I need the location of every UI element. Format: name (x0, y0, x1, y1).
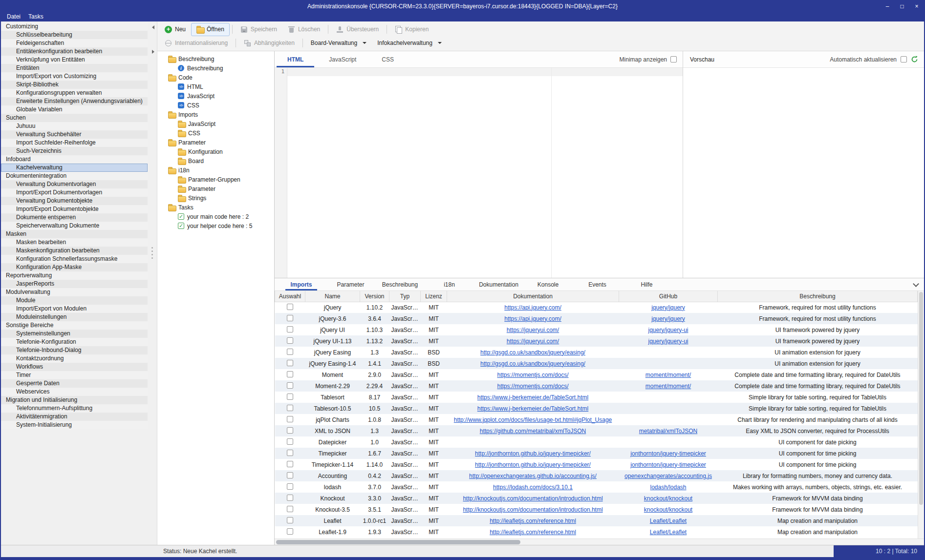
table-row[interactable]: Datepicker1.0JavaScriptMITUI component f… (275, 436, 918, 448)
table-row[interactable]: Knockout-3.53.5.1JavaScriptMIThttp://kno… (275, 504, 918, 515)
table-row[interactable]: Timepicker1.6.7JavaScriptMIThttp://jonth… (275, 448, 918, 459)
doc-link[interactable]: https://lodash.com/docs/3.10.1 (493, 484, 573, 491)
github-link[interactable]: jonthornton/jquery-timepicker (630, 450, 706, 457)
doc-link[interactable]: https://jqueryui.com/ (507, 338, 559, 345)
sidebar-item-konfiguration-schnellerfassungsmaske[interactable]: Konfiguration Schnellerfassungsmaske (1, 255, 148, 263)
editor-tab-css[interactable]: CSS (369, 51, 407, 67)
bottom-tab-i18n[interactable]: i18n (425, 278, 474, 290)
tree-item-javascript[interactable]: JavaScript (157, 91, 274, 101)
sidebar-item-moduleinstellungen[interactable]: Moduleinstellungen (1, 313, 148, 321)
expand-right-icon[interactable] (150, 49, 156, 55)
splitter-grip[interactable] (151, 247, 153, 259)
doc-link[interactable]: https://www.j-berkemeier.de/TableSort.ht… (477, 394, 588, 401)
toolbar-button-öffnen[interactable]: Öffnen (191, 23, 230, 36)
toolbar-button-board-verwaltung[interactable]: Board-Verwaltung (305, 37, 372, 49)
tree-item-parameter[interactable]: Parameter (157, 138, 274, 147)
refresh-icon[interactable] (911, 56, 918, 63)
doc-link[interactable]: http://knockoutjs.com/documentation/intr… (463, 495, 602, 502)
collapse-left-icon[interactable] (150, 24, 156, 30)
tree-item-board[interactable]: Board (157, 156, 274, 166)
row-checkbox[interactable] (287, 517, 293, 523)
toolbar-button-abhängigkeiten[interactable]: Abhängigkeiten (238, 37, 300, 49)
sidebar-item-system-initialisierung[interactable]: System-Initialisierung (1, 421, 148, 429)
vertical-scrollbar[interactable] (918, 291, 924, 539)
sidebar-item-verwaltung-suchbehälter[interactable]: Verwaltung Suchbehälter (1, 130, 148, 139)
row-checkbox[interactable] (287, 405, 293, 411)
tree-item-code[interactable]: Code (157, 73, 274, 82)
tree-item-beschreibung[interactable]: Beschreibung (157, 63, 274, 73)
table-row[interactable]: jQuery UI-1.131.13.2JavaScriptMIThttps:/… (275, 335, 918, 347)
editor-tab-javascript[interactable]: JavaScript (316, 51, 369, 67)
table-row[interactable]: Timepicker-1.141.14.0JavaScriptMIThttp:/… (275, 459, 918, 470)
row-checkbox[interactable] (287, 528, 293, 535)
maximize-button[interactable]: □ (895, 1, 909, 12)
sidebar-item-gesperrte-daten[interactable]: Gesperrte Daten (1, 379, 148, 388)
table-row[interactable]: lodash3.7.0JavaScriptMIThttps://lodash.c… (275, 481, 918, 493)
tree-item-javascript[interactable]: JavaScript (157, 119, 274, 128)
row-checkbox[interactable] (287, 349, 293, 355)
sidebar-item-systemeinstellungen[interactable]: Systemeinstellungen (1, 330, 148, 338)
code-area[interactable] (287, 68, 683, 278)
toolbar-button-infokachelverwaltung[interactable]: Infokachelverwaltung (372, 37, 447, 49)
bottom-tab-beschreibung[interactable]: Beschreibung (375, 278, 425, 290)
sidebar-item-telefonnummern-aufsplittung[interactable]: Telefonnummern-Aufsplittung (1, 404, 148, 413)
sidebar-item-verwaltung-dokumentobjekte[interactable]: Verwaltung Dokumentobjekte (1, 197, 148, 205)
sidebar-item-import-export-von-customizing[interactable]: Import/Export von Customizing (1, 72, 148, 81)
table-row[interactable]: jQuery Easing1.3JavaScriptBSDhttp://gsgd… (275, 347, 918, 358)
sidebar-item-timer[interactable]: Timer (1, 371, 148, 379)
github-link[interactable]: jquery/jquery-ui (648, 327, 688, 333)
tree-item-parameter-gruppen[interactable]: Parameter-Gruppen (157, 175, 274, 184)
sidebar-item-juhuuu[interactable]: Juhuuu (1, 122, 148, 130)
sidebar-item-migration-und-initialisierung[interactable]: Migration und Initialisierung (1, 396, 148, 404)
row-checkbox[interactable] (287, 461, 293, 467)
sidebar-item-verknüpfung-von-entitäten[interactable]: Verknüpfung von Entitäten (1, 56, 148, 64)
sidebar-item-import-export-von-modulen[interactable]: Import/Export von Modulen (1, 305, 148, 313)
github-link[interactable]: jquery/jquery-ui (648, 338, 688, 345)
row-checkbox[interactable] (287, 382, 293, 389)
doc-link[interactable]: https://api.jquery.com/ (504, 315, 561, 322)
minimap-checkbox[interactable] (670, 56, 677, 62)
menu-tasks[interactable]: Tasks (24, 12, 47, 21)
tree-item-strings[interactable]: Strings (157, 193, 274, 203)
row-checkbox[interactable] (287, 326, 293, 332)
row-checkbox[interactable] (287, 337, 293, 344)
sidebar-item-jasperreports[interactable]: JasperReports (1, 280, 148, 288)
sidebar-item-masken-bearbeiten[interactable]: Masken bearbeiten (1, 238, 148, 247)
menu-datei[interactable]: Datei (3, 12, 24, 21)
sidebar-item-entitäten[interactable]: Entitäten (1, 64, 148, 72)
sidebar-item-konfiguration-app-maske[interactable]: Konfiguration App-Maske (1, 263, 148, 271)
github-link[interactable]: moment/moment/ (645, 383, 691, 390)
sidebar-item-infoboard[interactable]: Infoboard (1, 155, 148, 164)
vertical-scrollbar-thumb[interactable] (919, 292, 923, 505)
tree-item-konfiguration[interactable]: Konfiguration (157, 147, 274, 156)
sidebar-item-skript-bibliothek[interactable]: Skript-Bibliothek (1, 81, 148, 89)
sidebar-item-suchen[interactable]: Suchen (1, 114, 148, 122)
tree-item-beschreibung[interactable]: Beschreibung (157, 54, 274, 63)
doc-link[interactable]: http://knockoutjs.com/documentation/intr… (463, 506, 602, 513)
table-row[interactable]: Accounting0.4.2JavaScriptMIThttp://opene… (275, 470, 918, 481)
table-row[interactable]: jQuery UI1.10.3JavaScriptMIThttps://jque… (275, 324, 918, 335)
sidebar-item-erweiterte-einstellungen-anwendungsvariablen[interactable]: Erweiterte Einstellungen (Anwendungsvari… (1, 97, 148, 105)
row-checkbox[interactable] (287, 371, 293, 377)
sidebar-item-webservices[interactable]: Webservices (1, 388, 148, 396)
close-button[interactable]: × (909, 1, 924, 12)
row-checkbox[interactable] (287, 506, 293, 512)
doc-link[interactable]: https://momentjs.com/docs/ (497, 383, 568, 390)
doc-link[interactable]: http://jonthornton.github.io/jquery-time… (475, 461, 591, 468)
bottom-tab-parameter[interactable]: Parameter (326, 278, 375, 290)
sidebar-item-import-export-dokumentvorlagen[interactable]: Import/Export Dokumentvorlagen (1, 188, 148, 197)
sidebar-item-feldeigenschaften[interactable]: Feldeigenschaften (1, 39, 148, 47)
row-checkbox[interactable] (287, 472, 293, 478)
toolbar-button-internationalisierung[interactable]: Internationalisierung (159, 37, 233, 49)
table-row[interactable]: jQuery Easing-1.41.4.1JavaScriptBSDhttp:… (275, 358, 918, 369)
editor-tab-html[interactable]: HTML (275, 51, 316, 67)
bottom-tab-dokumentation[interactable]: Dokumentation (474, 278, 523, 290)
bottom-tab-events[interactable]: Events (573, 278, 622, 290)
doc-link[interactable]: https://api.jquery.com/ (504, 304, 561, 311)
github-link[interactable]: Leaflet/Leaflet (650, 529, 687, 536)
table-row[interactable]: Leaflet-1.91.9.3JavaScriptMIThttp://leaf… (275, 526, 918, 538)
tree-item-your-helper-code-here-5[interactable]: your helper code here : 5 (157, 221, 274, 230)
sidebar-item-entitätenkonfiguration-bearbeiten[interactable]: Entitätenkonfiguration bearbeiten (1, 47, 148, 56)
auto-refresh-checkbox[interactable] (901, 56, 907, 62)
sidebar-item-import-suchfelder-reihenfolge[interactable]: Import Suchfelder-Reihenfolge (1, 139, 148, 147)
